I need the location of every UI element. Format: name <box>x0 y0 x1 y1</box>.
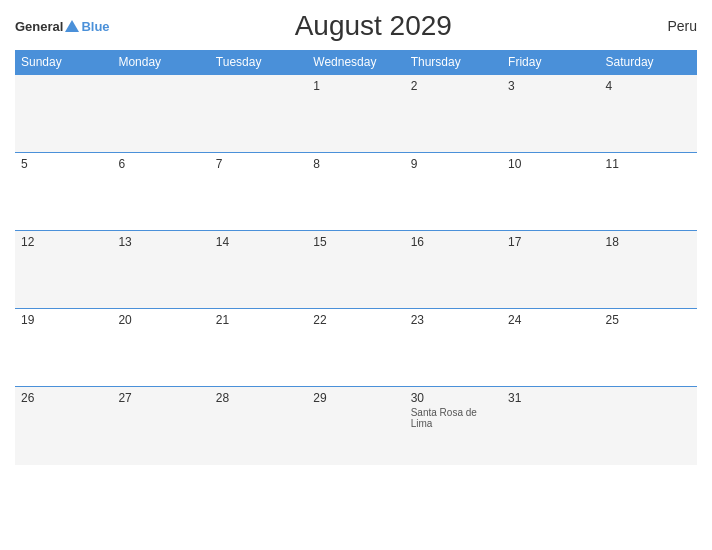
weekday-header-row: Sunday Monday Tuesday Wednesday Thursday… <box>15 50 697 75</box>
day-cell: 25 <box>600 309 697 387</box>
day-number: 20 <box>118 313 203 327</box>
day-cell: 19 <box>15 309 112 387</box>
day-number: 22 <box>313 313 398 327</box>
header-wednesday: Wednesday <box>307 50 404 75</box>
day-cell <box>600 387 697 465</box>
week-row-2: 12131415161718 <box>15 231 697 309</box>
day-cell: 29 <box>307 387 404 465</box>
day-number: 4 <box>606 79 691 93</box>
week-row-1: 567891011 <box>15 153 697 231</box>
day-number: 29 <box>313 391 398 405</box>
day-number: 28 <box>216 391 301 405</box>
calendar-page: General Blue August 2029 Peru Sunday Mon… <box>0 0 712 550</box>
day-number: 23 <box>411 313 496 327</box>
day-number: 6 <box>118 157 203 171</box>
day-number: 1 <box>313 79 398 93</box>
day-cell: 8 <box>307 153 404 231</box>
day-cell: 12 <box>15 231 112 309</box>
day-number: 11 <box>606 157 691 171</box>
day-event: Santa Rosa de Lima <box>411 407 496 429</box>
day-number: 14 <box>216 235 301 249</box>
day-number: 26 <box>21 391 106 405</box>
day-cell: 18 <box>600 231 697 309</box>
day-cell: 9 <box>405 153 502 231</box>
day-cell <box>15 75 112 153</box>
day-cell: 13 <box>112 231 209 309</box>
day-cell: 16 <box>405 231 502 309</box>
logo-blue-text: Blue <box>81 19 109 34</box>
day-number: 17 <box>508 235 593 249</box>
logo-triangle-icon <box>65 20 79 32</box>
day-cell: 17 <box>502 231 599 309</box>
calendar-table: Sunday Monday Tuesday Wednesday Thursday… <box>15 50 697 465</box>
header-saturday: Saturday <box>600 50 697 75</box>
day-cell: 7 <box>210 153 307 231</box>
day-number: 27 <box>118 391 203 405</box>
day-cell: 6 <box>112 153 209 231</box>
day-cell: 28 <box>210 387 307 465</box>
day-number: 10 <box>508 157 593 171</box>
day-number: 2 <box>411 79 496 93</box>
day-cell: 26 <box>15 387 112 465</box>
day-cell: 3 <box>502 75 599 153</box>
day-cell: 31 <box>502 387 599 465</box>
day-number: 16 <box>411 235 496 249</box>
day-cell <box>112 75 209 153</box>
logo: General Blue <box>15 19 110 34</box>
day-number: 13 <box>118 235 203 249</box>
day-cell: 24 <box>502 309 599 387</box>
day-cell: 4 <box>600 75 697 153</box>
day-number: 21 <box>216 313 301 327</box>
day-number: 9 <box>411 157 496 171</box>
day-cell: 22 <box>307 309 404 387</box>
day-number: 18 <box>606 235 691 249</box>
day-number: 15 <box>313 235 398 249</box>
logo-general-text: General <box>15 19 63 34</box>
week-row-0: 1234 <box>15 75 697 153</box>
header-friday: Friday <box>502 50 599 75</box>
day-cell: 27 <box>112 387 209 465</box>
day-number: 25 <box>606 313 691 327</box>
day-cell: 1 <box>307 75 404 153</box>
week-row-4: 2627282930Santa Rosa de Lima31 <box>15 387 697 465</box>
day-cell: 11 <box>600 153 697 231</box>
day-number: 30 <box>411 391 496 405</box>
day-number: 5 <box>21 157 106 171</box>
day-cell: 23 <box>405 309 502 387</box>
day-number: 31 <box>508 391 593 405</box>
day-cell: 14 <box>210 231 307 309</box>
day-number: 12 <box>21 235 106 249</box>
country-label: Peru <box>637 18 697 34</box>
day-cell: 20 <box>112 309 209 387</box>
week-row-3: 19202122232425 <box>15 309 697 387</box>
day-cell <box>210 75 307 153</box>
day-number: 3 <box>508 79 593 93</box>
header-monday: Monday <box>112 50 209 75</box>
header-sunday: Sunday <box>15 50 112 75</box>
day-cell: 21 <box>210 309 307 387</box>
day-cell: 2 <box>405 75 502 153</box>
header-tuesday: Tuesday <box>210 50 307 75</box>
header-thursday: Thursday <box>405 50 502 75</box>
header: General Blue August 2029 Peru <box>15 10 697 42</box>
day-cell: 15 <box>307 231 404 309</box>
calendar-title: August 2029 <box>110 10 637 42</box>
day-cell: 30Santa Rosa de Lima <box>405 387 502 465</box>
day-cell: 10 <box>502 153 599 231</box>
day-number: 8 <box>313 157 398 171</box>
day-cell: 5 <box>15 153 112 231</box>
day-number: 24 <box>508 313 593 327</box>
day-number: 19 <box>21 313 106 327</box>
day-number: 7 <box>216 157 301 171</box>
